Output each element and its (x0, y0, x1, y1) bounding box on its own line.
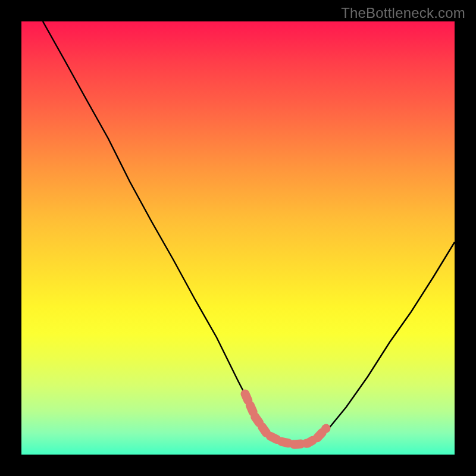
watermark-text: TheBottleneck.com (341, 5, 465, 21)
chart-panel (21, 21, 455, 455)
bottleneck-curve (21, 21, 455, 455)
curve-path (43, 21, 455, 446)
optimum-band (245, 394, 326, 444)
